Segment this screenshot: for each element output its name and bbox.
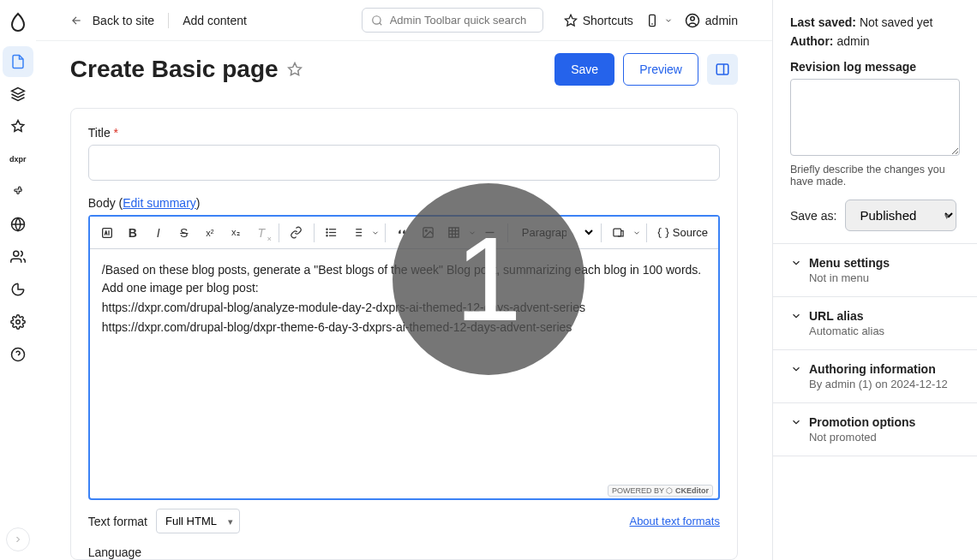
save-as-select[interactable]: Published <box>845 200 956 231</box>
language-label: Language <box>88 545 720 559</box>
admin-sidebar: dxpr <box>0 0 36 560</box>
body-label: Body (Edit summary) <box>88 196 720 210</box>
sidebar-content-icon[interactable] <box>3 46 33 77</box>
tb-block-style-select[interactable]: Paragraph <box>513 222 596 243</box>
about-text-formats-link[interactable]: About text formats <box>629 515 720 527</box>
mobile-icon <box>645 14 659 27</box>
tb-link-icon[interactable] <box>285 221 309 245</box>
svg-rect-36 <box>614 229 621 236</box>
accordion-menu-settings[interactable]: Menu settings Not in menu <box>790 244 960 296</box>
tb-hr-icon[interactable] <box>478 221 502 245</box>
page-title: Create Basic page <box>70 56 279 83</box>
revision-log-hint: Briefly describe the changes you have ma… <box>790 164 960 188</box>
svg-point-29 <box>426 229 428 231</box>
chevron-down-icon <box>790 416 802 428</box>
tb-subscript-icon[interactable]: x₂ <box>224 221 248 245</box>
sidebar-structure-icon[interactable] <box>3 79 33 110</box>
chevron-down-icon <box>790 257 802 269</box>
tb-ai-icon[interactable] <box>95 221 119 245</box>
ckeditor-badge: POWERED BY ⬡ CKEditor <box>608 485 713 497</box>
ckeditor-badge-row: POWERED BY ⬡ CKEditor <box>90 480 718 498</box>
svg-rect-30 <box>449 228 459 237</box>
tb-clearformat-icon[interactable]: T× <box>249 221 273 245</box>
tb-quote-icon[interactable] <box>391 221 415 245</box>
favorite-toggle[interactable] <box>287 62 303 77</box>
tb-ol-icon[interactable] <box>345 221 369 245</box>
chevron-down-icon <box>790 363 802 375</box>
revision-log-label: Revision log message <box>790 60 960 74</box>
tb-media-icon[interactable] <box>607 221 631 245</box>
editor-content[interactable]: /Based on these blog posts, generate a "… <box>90 249 718 480</box>
shortcuts-label: Shortcuts <box>583 14 633 27</box>
accordion-promotion-options[interactable]: Promotion options Not promoted <box>790 403 960 456</box>
search-icon <box>371 15 383 27</box>
device-preview-toggle[interactable] <box>645 14 673 27</box>
right-panel: Last saved: Not saved yet Author: admin … <box>773 0 977 560</box>
svg-point-24 <box>327 235 327 236</box>
svg-rect-11 <box>649 15 655 26</box>
accordion-url-alias[interactable]: URL alias Automatic alias <box>790 297 960 349</box>
accordion-sub: Not in menu <box>809 271 960 284</box>
tb-italic-icon[interactable]: I <box>147 221 171 245</box>
user-icon <box>685 13 700 28</box>
svg-marker-0 <box>11 88 24 95</box>
svg-point-8 <box>372 15 380 23</box>
save-button[interactable]: Save <box>554 53 614 86</box>
tb-bold-icon[interactable]: B <box>121 221 145 245</box>
sidebar-config-icon[interactable] <box>3 307 33 337</box>
chevron-down-icon <box>371 229 380 237</box>
svg-point-23 <box>327 232 327 233</box>
text-format-label: Text format <box>88 515 147 528</box>
title-label: Title * <box>88 126 720 140</box>
admin-search[interactable] <box>362 8 543 33</box>
sidebar-people-icon[interactable] <box>3 241 33 272</box>
sidebar-collapse-toggle[interactable] <box>6 527 30 551</box>
edit-summary-link[interactable]: Edit summary <box>123 196 196 210</box>
author-row: Author: admin <box>790 34 960 48</box>
shortcuts-link[interactable]: Shortcuts <box>564 14 633 27</box>
user-menu[interactable]: admin <box>685 13 738 28</box>
svg-rect-16 <box>716 64 728 74</box>
back-arrow-icon[interactable] <box>70 15 82 27</box>
sidebar-globe-icon[interactable] <box>3 209 33 240</box>
sidebar-dxpr-label[interactable]: dxpr <box>3 144 33 175</box>
tb-strike-icon[interactable]: S <box>172 221 196 245</box>
sidebar-appearance-icon[interactable] <box>3 111 33 142</box>
revision-log-textarea[interactable] <box>790 79 960 156</box>
accordion-sub: Not promoted <box>809 431 960 444</box>
accordion-sub: Automatic alias <box>809 325 960 337</box>
chevron-down-icon <box>468 229 477 237</box>
save-as-label: Save as: <box>790 209 836 223</box>
accordion-sub: By admin (1) on 2024-12-12 <box>809 378 960 390</box>
svg-marker-15 <box>288 63 301 75</box>
body-editor: B I S x² x₂ T× <box>88 215 720 500</box>
last-saved-row: Last saved: Not saved yet <box>790 15 960 29</box>
svg-point-14 <box>691 16 695 21</box>
topbar: Back to site Add content Shortcuts admi <box>36 0 772 41</box>
editor-toolbar: B I S x² x₂ T× <box>90 217 718 249</box>
right-panel-toggle[interactable] <box>707 54 738 85</box>
tb-ul-icon[interactable] <box>320 221 344 245</box>
sidebar-help-icon[interactable] <box>3 339 33 370</box>
svg-point-4 <box>16 320 21 325</box>
form-card: Title * Body (Edit summary) B I S x² x₂ … <box>70 108 738 560</box>
main-column: Back to site Add content Shortcuts admi <box>36 0 773 560</box>
sidebar-extend-icon[interactable] <box>3 176 33 207</box>
title-input[interactable] <box>88 145 720 181</box>
svg-line-9 <box>379 22 381 25</box>
accordion-authoring-info[interactable]: Authoring information By admin (1) on 20… <box>790 350 960 402</box>
chevron-down-icon <box>664 16 673 25</box>
preview-button[interactable]: Preview <box>623 53 698 86</box>
tb-image-icon[interactable] <box>417 221 441 245</box>
tb-table-icon[interactable] <box>442 221 466 245</box>
sidebar-reports-icon[interactable] <box>3 274 33 305</box>
text-format-select[interactable]: Full HTML <box>156 509 240 533</box>
drupal-logo <box>3 7 33 38</box>
back-to-site-link[interactable]: Back to site <box>93 14 154 27</box>
page-header: Create Basic page Save Preview <box>36 41 772 94</box>
admin-search-input[interactable] <box>390 14 534 27</box>
tb-source-button[interactable]: Source <box>652 226 713 239</box>
add-content-link[interactable]: Add content <box>183 14 247 27</box>
tb-superscript-icon[interactable]: x² <box>198 221 222 245</box>
user-label: admin <box>705 14 738 27</box>
